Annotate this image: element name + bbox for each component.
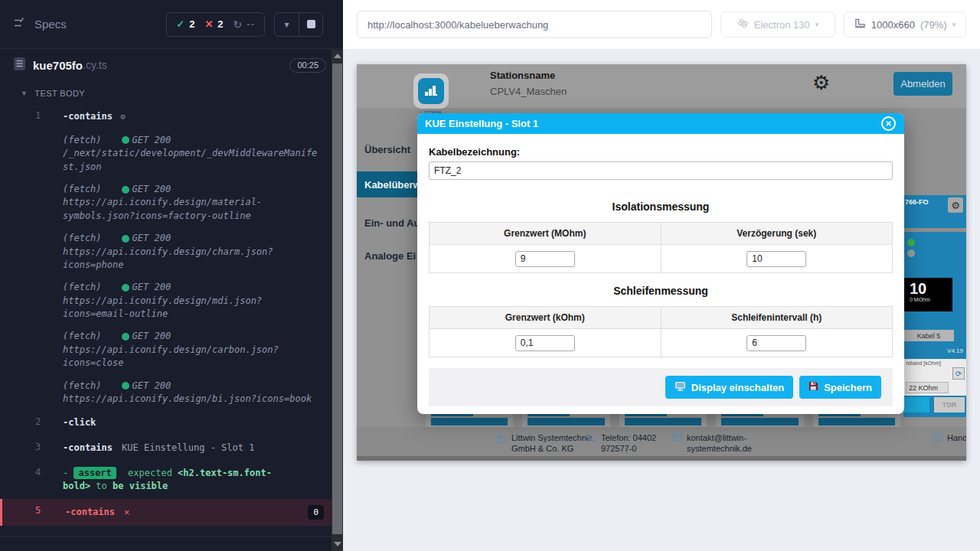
failed-command-row[interactable]: 5 -contains ✕ 0 bbox=[0, 499, 332, 526]
display-on-label: Display einschalten bbox=[691, 382, 784, 393]
footer-manuals-text: Handbücher bbox=[947, 432, 966, 443]
display-on-button[interactable]: Display einschalten bbox=[665, 376, 793, 399]
chevron-down-icon: ▼ bbox=[21, 90, 28, 97]
factory-icon bbox=[497, 433, 508, 445]
url-input[interactable] bbox=[357, 11, 712, 38]
status-led-gray bbox=[907, 249, 915, 257]
loop-limit-input[interactable] bbox=[515, 335, 575, 351]
save-button[interactable]: Speichern bbox=[799, 376, 881, 399]
stat-pending: ↻-- bbox=[234, 18, 255, 31]
command-arg: KUE Einstellung - Slot 1 bbox=[122, 442, 254, 453]
cypress-runner-sidebar: Specs ✓2 ✕2 ↻-- ▾ kue705fo.cy.ts 00:25 ▼… bbox=[0, 0, 343, 551]
check-icon: ✓ bbox=[176, 18, 185, 30]
card-divider bbox=[903, 228, 966, 232]
test-body-section-header[interactable]: ▼ TEST BODY bbox=[0, 81, 343, 104]
fetch-context: (fetch) bbox=[63, 380, 102, 393]
fetch-url: https://api.iconify.design/material-symb… bbox=[63, 196, 322, 223]
close-icon[interactable]: ✕ bbox=[881, 116, 896, 131]
card-action-button[interactable] bbox=[903, 397, 929, 412]
card-title: 766-FO bbox=[905, 198, 929, 206]
fetch-log-entry[interactable]: (fetch)GET 200 https://api.iconify.desig… bbox=[0, 325, 332, 374]
status-dot-icon bbox=[122, 284, 129, 292]
fetch-log-entry[interactable]: (fetch)GET 200 https://api.iconify.desig… bbox=[0, 276, 332, 325]
specs-title: Specs bbox=[34, 18, 67, 31]
cable-designation-input[interactable] bbox=[429, 161, 893, 180]
scrollbar-thumb[interactable] bbox=[332, 64, 342, 534]
command-number: 4 bbox=[0, 467, 63, 478]
chevron-down-icon: ▾ bbox=[815, 21, 819, 28]
fetch-url: https://api.iconify.design/bi.json?icons… bbox=[63, 393, 322, 406]
viewport-selector[interactable]: 1000x660 (79%) ▾ bbox=[844, 11, 966, 37]
browser-selector[interactable]: Electron 130 ▾ bbox=[720, 11, 835, 37]
loop-interval-input[interactable] bbox=[746, 335, 806, 351]
viewport-zoom: (79%) bbox=[920, 19, 947, 31]
sidebar-scrollbar[interactable] bbox=[332, 50, 343, 551]
fetch-context: (fetch) bbox=[63, 281, 102, 294]
app-under-test: LITTWIN Stationsname CPLV4_Maschen ⚙ Abm… bbox=[357, 64, 966, 461]
save-label: Speichern bbox=[824, 382, 872, 393]
stop-button[interactable] bbox=[299, 13, 322, 36]
ruler-icon bbox=[854, 18, 866, 31]
footer-bottom-edge bbox=[357, 456, 966, 461]
nav-item-uebersicht[interactable]: Übersicht bbox=[364, 144, 410, 155]
command-number: 3 bbox=[0, 442, 63, 452]
monitor-icon bbox=[675, 381, 686, 393]
logout-button[interactable]: Abmelden bbox=[893, 72, 952, 96]
command-row[interactable]: 1 -contains⚙ bbox=[0, 104, 332, 129]
modal-header: KUE Einstellung - Slot 1 ✕ bbox=[417, 113, 904, 134]
fetch-url: https://api.iconify.design/charm.json?ic… bbox=[63, 246, 322, 272]
retry-count-badge: 0 bbox=[308, 505, 324, 520]
specs-menu-icon[interactable] bbox=[14, 18, 27, 31]
table-cell bbox=[430, 245, 662, 273]
footer-phone: Telefon: 04402 972577-0 bbox=[586, 432, 667, 455]
footer-email: kontakt@littwin-systemtechnik.de bbox=[672, 432, 758, 455]
command-number: 2 bbox=[0, 416, 63, 427]
command-row[interactable]: 2 -click bbox=[0, 410, 332, 435]
fetch-url: https://api.iconify.design/carbon.json?i… bbox=[63, 344, 322, 370]
assert-badge: assert bbox=[74, 467, 116, 479]
nav-item-kabelueberwachung-selected[interactable]: Kabelüberw bbox=[357, 171, 423, 197]
fetch-status: GET 200 bbox=[132, 330, 172, 343]
fetch-log-entry[interactable]: (fetch)GET 200 https://api.iconify.desig… bbox=[0, 178, 332, 227]
assert-row[interactable]: 4 - assert expected <h2.text-sm.font-bol… bbox=[0, 461, 332, 499]
footer-phone-text: Telefon: 04402 972577-0 bbox=[601, 432, 667, 455]
fetch-log-entry[interactable]: (fetch)GET 200 https://api.iconify.desig… bbox=[0, 375, 332, 411]
collapse-button[interactable]: ▾ bbox=[275, 13, 299, 36]
aut-topbar: Electron 130 ▾ 1000x660 (79%) ▾ bbox=[343, 0, 980, 49]
chevron-down-icon: ▾ bbox=[952, 21, 956, 28]
spec-file-row[interactable]: kue705fo.cy.ts 00:25 bbox=[0, 49, 343, 81]
settings-gear-icon[interactable]: ⚙ bbox=[812, 73, 830, 93]
status-led-green bbox=[907, 239, 915, 246]
iso-limit-input[interactable] bbox=[515, 251, 575, 267]
assert-text: to bbox=[96, 481, 106, 491]
column-header: Schleifenintervall (h) bbox=[661, 307, 893, 329]
scroll-up-icon[interactable] bbox=[334, 54, 341, 58]
book-icon bbox=[933, 433, 943, 445]
x-icon: ✕ bbox=[204, 18, 213, 30]
command-row[interactable]: 3 -containsKUE Einstellung - Slot 1 bbox=[0, 435, 332, 461]
nav-item-analoge-eingaenge[interactable]: Analoge Ei bbox=[364, 250, 416, 262]
iso-delay-input[interactable] bbox=[746, 251, 806, 267]
card-gear-icon[interactable]: ⚙ bbox=[948, 197, 963, 213]
modal-title: KUE Einstellung - Slot 1 bbox=[425, 118, 538, 129]
column-header: Grenzwert (kOhm) bbox=[430, 307, 662, 329]
stat-passed: ✓2 bbox=[176, 18, 194, 30]
modal-body: Kabelbezeichnung: Isolationsmessung Gren… bbox=[417, 134, 904, 406]
nav-item-ein-ausgaenge[interactable]: Ein- und Au bbox=[364, 217, 420, 229]
tdr-button[interactable]: TDR bbox=[934, 397, 965, 412]
scroll-down-icon[interactable] bbox=[334, 542, 341, 546]
fetch-log-entry[interactable]: (fetch)GET 200 /_next/static/development… bbox=[0, 129, 332, 178]
save-floppy-icon bbox=[808, 381, 818, 393]
fetch-log-entry[interactable]: (fetch)GET 200 https://api.iconify.desig… bbox=[0, 227, 332, 276]
refresh-icon[interactable]: ⟳ bbox=[952, 367, 965, 380]
test-stats: ✓2 ✕2 ↻-- bbox=[166, 12, 265, 37]
footer-manuals[interactable]: Handbücher bbox=[933, 432, 966, 445]
band-value: 22 KOhm bbox=[906, 382, 949, 393]
loop-section-title: Schleifenmessung bbox=[429, 285, 893, 297]
column-header: Grenzwert (MOhm) bbox=[430, 223, 662, 245]
display-value: 10 bbox=[910, 280, 948, 297]
version-label: V4.19 bbox=[947, 347, 963, 354]
fetch-status: GET 200 bbox=[132, 281, 172, 294]
band-label: rsband [kOhm] bbox=[906, 360, 941, 366]
status-dot-icon bbox=[122, 382, 129, 390]
